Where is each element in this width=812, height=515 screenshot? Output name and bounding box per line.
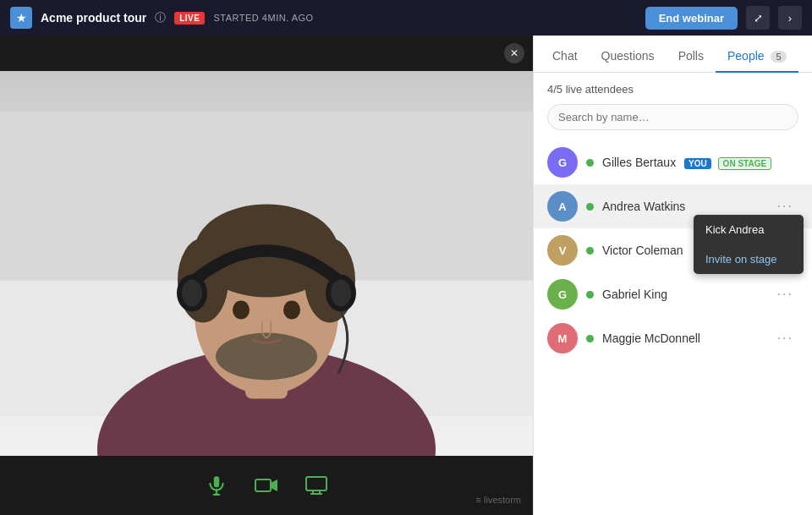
attendee-row[interactable]: G Gilles Bertaux YOU ON STAGE [534,140,812,184]
started-text: STARTED 4MIN. AGO [213,13,313,23]
search-input[interactable] [547,104,798,130]
video-area: ✕ [0,36,533,515]
attendee-name: Gilles Bertaux YOU ON STAGE [602,156,798,169]
people-count-badge: 5 [771,51,786,63]
svg-rect-19 [306,477,326,490]
video-controls-bar: ≡ livestorm [0,456,533,515]
attendee-more-button[interactable]: ··· [772,329,798,348]
live-badge: LIVE [174,12,205,25]
livestorm-branding: ≡ livestorm [476,495,521,505]
tab-chat[interactable]: Chat [540,41,590,73]
avatar: M [547,323,578,353]
kick-attendee-button[interactable]: Kick Andrea [694,215,804,244]
camera-button[interactable] [251,473,282,498]
tab-people[interactable]: People 5 [716,41,798,73]
info-icon[interactable]: ⓘ [155,10,166,25]
people-panel: 4/5 live attendees G Gilles Bertaux YOU … [534,73,812,515]
avatar: A [547,191,578,222]
attendee-row[interactable]: A Andrea Watkins ··· Kick Andrea Invite … [534,184,812,228]
online-indicator [586,291,594,299]
svg-point-8 [216,333,317,381]
close-button[interactable]: ✕ [504,43,524,63]
online-indicator [586,335,594,342]
online-indicator [586,159,594,167]
online-indicator [586,203,594,211]
tab-questions[interactable]: Questions [590,41,667,73]
attendee-row[interactable]: G Gabriel King ··· [534,272,812,316]
attendee-name: Andrea Watkins [602,200,764,213]
microphone-button[interactable] [202,471,231,500]
video-top-bar: ✕ [0,36,533,71]
online-indicator [586,247,594,255]
right-panel: Chat Questions Polls People 5 4/5 live a… [533,36,812,515]
tab-polls[interactable]: Polls [667,41,716,73]
attendee-count: 4/5 live attendees [534,83,812,104]
invite-on-stage-button[interactable]: Invite on stage [694,244,804,274]
attendee-more-button[interactable]: ··· [772,285,798,304]
video-main [0,71,533,456]
app-logo: ★ [10,7,32,29]
context-menu: Kick Andrea Invite on stage [694,215,804,274]
search-bar [534,104,812,140]
avatar: G [547,279,578,310]
attendee-row[interactable]: M Maggie McDonnell ··· [534,316,812,360]
video-feed [0,71,533,456]
attendee-name: Gabriel King [602,288,764,301]
attendee-name: Maggie McDonnell [602,331,764,345]
you-badge: YOU [684,158,711,169]
camera-icon [255,476,278,495]
webinar-title: Acme product tour [41,11,146,25]
svg-rect-15 [214,476,220,487]
svg-point-10 [283,301,300,320]
svg-point-14 [331,280,351,307]
screen-share-icon [305,476,327,495]
svg-point-9 [233,301,250,320]
svg-point-13 [182,280,202,307]
presenter-video [0,71,533,456]
mic-icon [206,474,228,496]
header: ★ Acme product tour ⓘ LIVE STARTED 4MIN.… [0,0,812,36]
attendee-list: G Gilles Bertaux YOU ON STAGE A Andre [534,140,812,360]
on-stage-badge: ON STAGE [718,157,771,170]
tabs-bar: Chat Questions Polls People 5 [534,36,812,73]
expand-button[interactable]: ⤢ [746,6,770,30]
avatar: V [547,235,578,266]
svg-rect-18 [255,479,271,491]
end-webinar-button[interactable]: End webinar [645,7,738,30]
screen-share-button[interactable] [302,473,331,498]
avatar: G [547,147,578,178]
attendee-more-button[interactable]: ··· [772,197,798,216]
main-content: ✕ [0,36,812,515]
more-options-button[interactable]: › [778,6,802,30]
